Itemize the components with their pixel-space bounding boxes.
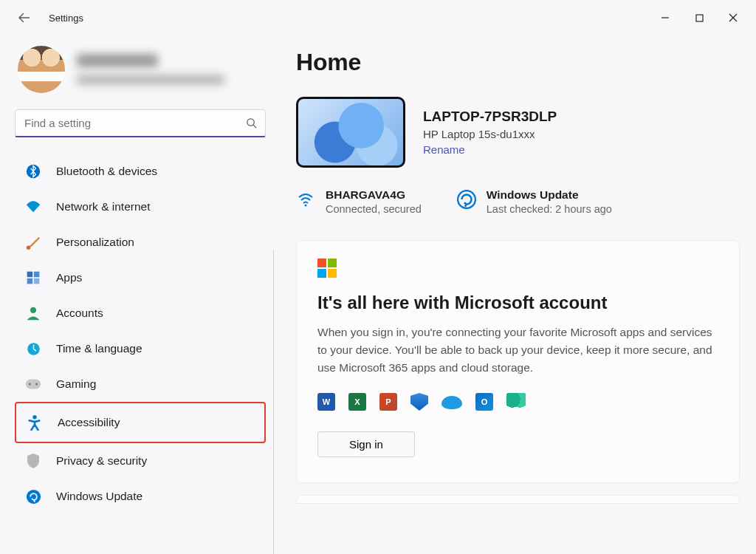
sidebar-item-label: Network & internet (56, 200, 151, 213)
rename-link[interactable]: Rename (423, 143, 557, 156)
svg-rect-7 (34, 272, 40, 278)
card-body: When you sign in, you're connecting your… (317, 324, 716, 377)
back-button[interactable] (18, 11, 31, 24)
window-title: Settings (49, 13, 83, 24)
main-content: Home LAPTOP-7PSR3DLP HP Laptop 15s-du1xx… (273, 35, 756, 554)
svg-rect-8 (27, 278, 33, 284)
update-icon (25, 488, 41, 505)
sidebar-item-apps[interactable]: Apps (15, 260, 266, 295)
sidebar-item-network[interactable]: Network & internet (15, 189, 266, 225)
status-row: BHARGAVA4G Connected, secured Windows Up… (296, 188, 740, 215)
device-thumbnail (296, 97, 405, 168)
svg-rect-9 (34, 278, 40, 284)
profile-text (77, 54, 224, 85)
onedrive-icon (441, 396, 462, 409)
brush-icon (25, 234, 41, 250)
close-button[interactable] (716, 6, 750, 30)
sidebar-item-label: Privacy & security (56, 454, 147, 468)
avatar (18, 46, 65, 93)
maximize-button[interactable] (682, 6, 716, 30)
sidebar-item-privacy[interactable]: Privacy & security (15, 443, 266, 479)
sidebar-item-accessibility[interactable]: Accessibility (15, 402, 266, 443)
sidebar-item-label: Windows Update (56, 490, 142, 503)
svg-point-17 (26, 489, 40, 503)
outlook-icon: O (475, 393, 493, 411)
sidebar-item-label: Time & language (56, 342, 142, 355)
update-status[interactable]: Windows Update Last checked: 2 hours ago (457, 188, 612, 215)
nav-list: Bluetooth & devices Network & internet P… (15, 154, 266, 514)
sidebar-item-label: Bluetooth & devices (56, 165, 157, 178)
sidebar-item-update[interactable]: Windows Update (15, 479, 266, 514)
wifi-substatus: Connected, secured (326, 203, 422, 215)
word-icon: W (317, 393, 335, 411)
powerpoint-icon: P (379, 393, 397, 411)
search-icon (246, 117, 258, 129)
minimize-button[interactable] (648, 6, 682, 30)
sidebar-item-label: Accounts (56, 307, 103, 320)
sidebar-item-bluetooth[interactable]: Bluetooth & devices (15, 154, 266, 189)
svg-point-18 (305, 205, 307, 207)
svg-point-15 (35, 383, 38, 386)
window-controls (648, 6, 750, 30)
sidebar: Bluetooth & devices Network & internet P… (0, 35, 273, 554)
wifi-status[interactable]: BHARGAVA4G Connected, secured (296, 188, 422, 215)
device-name: LAPTOP-7PSR3DLP (423, 109, 557, 125)
update-name: Windows Update (487, 188, 612, 202)
wifi-icon (25, 199, 41, 215)
card-heading: It's all here with Microsoft account (317, 293, 718, 313)
sign-in-button[interactable]: Sign in (317, 431, 415, 457)
svg-point-16 (32, 415, 37, 420)
svg-line-3 (253, 125, 256, 128)
svg-point-2 (247, 118, 254, 125)
sidebar-item-time[interactable]: Time & language (15, 331, 266, 366)
ms-account-card: It's all here with Microsoft account Whe… (296, 240, 740, 483)
wifi-name: BHARGAVA4G (326, 188, 422, 202)
titlebar: Settings (0, 0, 756, 35)
person-icon (25, 305, 41, 321)
microsoft-logo-icon (317, 259, 337, 278)
svg-rect-1 (696, 15, 703, 21)
svg-point-5 (27, 246, 31, 250)
sidebar-item-gaming[interactable]: Gaming (15, 366, 266, 402)
svg-rect-13 (26, 380, 41, 389)
sidebar-item-label: Accessibility (58, 416, 120, 429)
sidebar-item-label: Apps (56, 271, 82, 284)
svg-point-10 (30, 307, 36, 313)
svg-rect-6 (27, 272, 33, 278)
defender-icon (410, 393, 428, 411)
excel-icon: X (348, 393, 366, 411)
page-title: Home (296, 49, 740, 76)
sidebar-item-personalization[interactable]: Personalization (15, 225, 266, 260)
shield-icon (25, 453, 41, 469)
next-card-peek (296, 495, 740, 504)
bluetooth-icon (25, 163, 41, 179)
gamepad-icon (25, 376, 41, 392)
family-icon (506, 393, 526, 409)
app-icon-row: W X P O (317, 393, 718, 411)
svg-point-14 (29, 383, 32, 386)
sidebar-item-accounts[interactable]: Accounts (15, 295, 266, 331)
wifi-icon (296, 190, 315, 209)
update-icon (457, 190, 476, 209)
search-box[interactable] (15, 109, 266, 137)
device-row: LAPTOP-7PSR3DLP HP Laptop 15s-du1xxx Ren… (296, 97, 740, 168)
sidebar-item-label: Gaming (56, 377, 96, 391)
profile-block[interactable] (15, 46, 266, 93)
device-model: HP Laptop 15s-du1xxx (423, 128, 557, 140)
search-input[interactable] (23, 116, 246, 130)
update-substatus: Last checked: 2 hours ago (487, 203, 612, 215)
apps-icon (25, 270, 41, 286)
device-info: LAPTOP-7PSR3DLP HP Laptop 15s-du1xxx Ren… (423, 109, 557, 156)
sidebar-item-label: Personalization (56, 236, 134, 249)
globe-clock-icon (25, 341, 41, 357)
accessibility-icon (27, 414, 43, 431)
